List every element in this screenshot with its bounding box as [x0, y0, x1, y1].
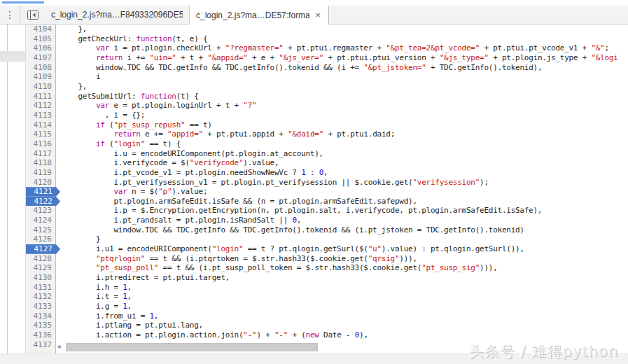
line-number-breakpoint[interactable]: 4121	[26, 187, 60, 197]
line-number[interactable]: 4132	[26, 292, 55, 302]
code-line[interactable]: "ptqrlogin" == t && (i.ptqrtoken = $.str…	[60, 254, 628, 264]
devtools-sources-panel: ⋮ c_login_2.js?ma…F849332096DE57c_login_…	[0, 0, 628, 364]
scrollbar-left-arrow[interactable]: ◄	[54, 342, 64, 351]
code-line[interactable]: i.h = 1,	[60, 283, 628, 293]
code-line[interactable]: window.TDC && TDC.getInfo && TDC.getInfo…	[60, 63, 628, 73]
overflow-menu-icon: ⋮	[5, 10, 15, 20]
code-line[interactable]: i.pt_randsalt = pt.plogin.isRandSalt || …	[60, 216, 628, 225]
toggle-navigator-button[interactable]	[20, 6, 45, 24]
code-line[interactable]: return i += "uin=" + t + "&appid=" + e +…	[60, 53, 628, 63]
code-line[interactable]: var n = $("p").value;	[60, 187, 628, 197]
line-number[interactable]: 4131	[26, 283, 55, 293]
code-line[interactable]: return e += "appid=" + pt.ptui.appid + "…	[60, 130, 628, 139]
line-number[interactable]: 4133	[26, 302, 55, 312]
code-line[interactable]: i.verifycode = $("verifycode").value,	[60, 158, 628, 168]
line-number[interactable]: 4120	[26, 178, 55, 188]
code-line[interactable]: if ("login" == t) {	[60, 139, 628, 149]
code-line[interactable]: },	[60, 24, 628, 34]
line-number[interactable]: 4111	[26, 92, 55, 102]
code-line[interactable]: i.u1 = encodeURIComponent("login" == t ?…	[60, 244, 628, 254]
line-number[interactable]: 4118	[26, 158, 55, 168]
tab-close-icon[interactable]: ×	[314, 10, 322, 20]
gutter: 4104410541064107410841094110411141124113…	[25, 24, 56, 354]
line-number-breakpoint[interactable]: 4122	[26, 197, 60, 206]
line-number[interactable]: 4107	[26, 53, 55, 63]
line-number[interactable]: 4110	[26, 82, 55, 92]
line-number[interactable]: 4124	[26, 216, 55, 225]
code-line[interactable]: i.u = encodeURIComponent(pt.plogin.at_ac…	[60, 149, 628, 159]
code-line[interactable]: i.from_ui = 1,	[60, 312, 628, 321]
line-number[interactable]: 4113	[26, 111, 55, 120]
line-number[interactable]: 4126	[26, 234, 55, 244]
code-line[interactable]: getCheckUrl: function(t, e) {	[60, 34, 628, 44]
file-tab-label: c_login_2.js?ma…F849332096DE57	[51, 10, 183, 20]
tab-strip: c_login_2.js?ma…F849332096DE57c_login_2.…	[45, 6, 329, 24]
line-number[interactable]: 4116	[26, 139, 55, 149]
pane-divider	[7, 24, 8, 354]
line-number[interactable]: 4112	[26, 101, 55, 111]
code-line[interactable]: i.g = 1,	[60, 302, 628, 312]
file-tab[interactable]: c_login_2.js?ma…DE57:formatted×	[190, 6, 329, 24]
code-line[interactable]: i.pt_vcode_v1 = pt.plogin.needShowNewVc …	[60, 168, 628, 178]
line-number[interactable]: 4137	[26, 340, 55, 350]
code-line[interactable]: window.TDC && TDC.getInfo && TDC.getInfo…	[60, 225, 628, 235]
overflow-menu-button[interactable]: ⋮	[0, 6, 20, 24]
line-number[interactable]: 4134	[26, 312, 55, 321]
line-number[interactable]: 4135	[26, 321, 55, 330]
code-line[interactable]: }	[60, 234, 628, 244]
code-line[interactable]: , i = {};	[60, 111, 628, 120]
line-number[interactable]: 4125	[26, 225, 55, 235]
line-number[interactable]: 4129	[26, 263, 55, 273]
panel-tab-accent-line	[2, 1, 44, 4]
horizontal-scrollbar-thumb[interactable]	[66, 343, 318, 351]
editor-left-strip	[0, 24, 25, 354]
code-line[interactable]: i.ptlang = pt.ptui.lang,	[60, 321, 628, 330]
line-number[interactable]: 4119	[26, 168, 55, 178]
file-tab[interactable]: c_login_2.js?ma…F849332096DE57	[45, 6, 190, 24]
line-number[interactable]: 4104	[26, 24, 55, 34]
code-line[interactable]: "pt_susp_poll" == t && (i.pt_susp_poll_t…	[60, 263, 628, 273]
line-number[interactable]: 4128	[26, 254, 55, 264]
line-number[interactable]: 4115	[26, 130, 55, 139]
line-number-breakpoint[interactable]: 4127	[26, 244, 60, 254]
watermark-text: 头条号 / 难得python	[469, 342, 618, 361]
code-line[interactable]: if ("pt_susp_repush" == t)	[60, 120, 628, 130]
line-number[interactable]: 4106	[26, 43, 55, 53]
code-line[interactable]: pt.plogin.armSafeEdit.isSafe && (n = pt.…	[60, 197, 628, 206]
panel-left-arrow-icon	[27, 10, 39, 20]
line-number[interactable]: 4123	[26, 206, 55, 216]
code-line[interactable]: i.t = 1,	[60, 292, 628, 302]
code-line[interactable]: i.ptredirect = pt.ptui.target,	[60, 273, 628, 283]
line-number[interactable]: 4130	[26, 273, 55, 283]
code-line[interactable]: var e = pt.plogin.loginUrl + t + "?"	[60, 101, 628, 111]
left-strip-marker	[0, 51, 25, 62]
code-line[interactable]: i.action = pt.plogin.action.join("-") + …	[60, 330, 628, 340]
top-strip	[0, 0, 628, 6]
source-editor: 4104410541064107410841094110411141124113…	[0, 24, 628, 354]
code-line[interactable]: getSubmitUrl: function(t) {	[60, 92, 628, 102]
file-tab-bar: ⋮ c_login_2.js?ma…F849332096DE57c_login_…	[0, 6, 628, 24]
line-number[interactable]: 4117	[26, 149, 55, 159]
code-line[interactable]: i.p = $.Encryption.getEncryption(n, pt.p…	[60, 206, 628, 216]
line-number[interactable]: 4108	[26, 63, 55, 73]
line-number[interactable]: 4105	[26, 34, 55, 44]
line-number[interactable]: 4136	[26, 330, 55, 340]
line-number[interactable]: 4114	[26, 120, 55, 130]
code-area[interactable]: }, getCheckUrl: function(t, e) { var i =…	[56, 24, 628, 354]
code-line[interactable]: i	[60, 72, 628, 82]
code-line[interactable]: i.pt_verifysession_v1 = pt.plogin.pt_ver…	[60, 178, 628, 188]
code-line[interactable]: var i = pt.plogin.checkUrl + "?regmaster…	[60, 43, 628, 53]
code-line[interactable]: },	[60, 82, 628, 92]
line-number[interactable]: 4109	[26, 72, 55, 82]
file-tab-label: c_login_2.js?ma…DE57:formatted	[196, 10, 309, 20]
